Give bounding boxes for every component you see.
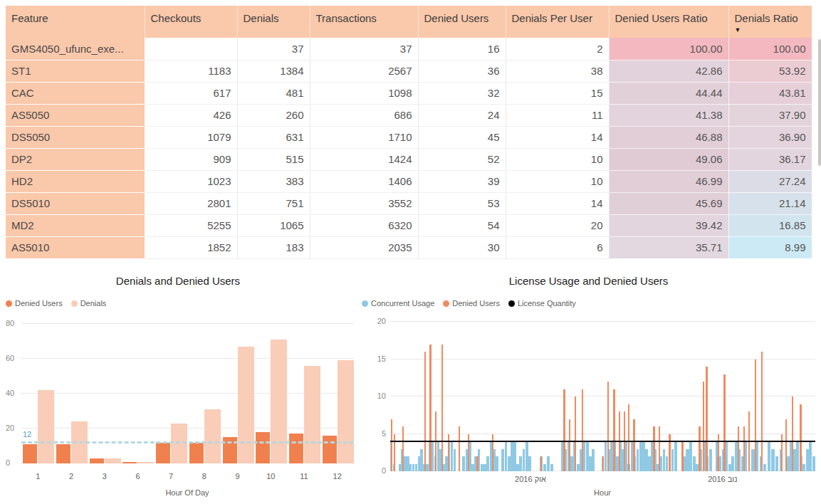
denial-spike[interactable] [582, 389, 584, 472]
usage-bar[interactable] [775, 456, 778, 471]
usage-bar[interactable] [462, 456, 465, 471]
table-row[interactable]: AS50101852183203530635.718.99 [6, 236, 812, 258]
legend-item[interactable]: Denials [71, 299, 107, 308]
denial-spike[interactable] [394, 434, 396, 472]
bar-denials[interactable] [105, 458, 121, 463]
bar-denied-users[interactable] [122, 462, 137, 463]
denial-spike[interactable] [613, 389, 615, 472]
bar-denied-users[interactable] [56, 444, 70, 463]
denial-spike[interactable] [424, 352, 427, 471]
bar-denials[interactable] [204, 409, 221, 463]
usage-bar[interactable] [523, 449, 525, 472]
usage-bar[interactable] [481, 464, 483, 472]
usage-bar[interactable] [570, 456, 573, 471]
table-row[interactable]: ST1118313842567363842.8653.92 [6, 60, 812, 82]
usage-bar[interactable] [731, 456, 734, 471]
denial-spike[interactable] [402, 426, 404, 471]
denial-spike[interactable] [761, 352, 763, 471]
denial-spike[interactable] [792, 397, 794, 471]
denial-spike[interactable] [699, 426, 701, 471]
usage-bar[interactable] [806, 449, 809, 472]
table-row[interactable]: HD210233831406391046.9927.24 [6, 170, 812, 192]
denial-spike[interactable] [441, 345, 444, 472]
usage-bar[interactable] [768, 441, 770, 471]
usage-bar[interactable] [586, 441, 589, 471]
denial-spike[interactable] [723, 374, 726, 472]
bar-denied-users[interactable] [90, 458, 104, 463]
usage-bar[interactable] [689, 441, 692, 471]
usage-bar[interactable] [511, 441, 513, 471]
denial-spike[interactable] [569, 419, 571, 472]
usage-bar[interactable] [496, 456, 498, 471]
denial-spike[interactable] [575, 397, 577, 471]
usage-bar[interactable] [802, 464, 805, 472]
column-header-denials-per-user[interactable]: Denials Per User [506, 6, 609, 38]
bar-denials[interactable] [338, 360, 354, 463]
table-row[interactable]: DS505010796311710451446.8836.90 [6, 126, 812, 148]
usage-bar[interactable] [483, 464, 486, 472]
bar-denials[interactable] [137, 462, 154, 463]
usage-bar[interactable] [787, 456, 790, 471]
denial-spike[interactable] [448, 434, 450, 472]
denial-spike[interactable] [540, 456, 543, 471]
usage-bar[interactable] [592, 449, 595, 472]
usage-bar[interactable] [589, 456, 592, 471]
usage-bar[interactable] [454, 449, 456, 472]
denial-spike[interactable] [459, 426, 461, 471]
usage-bar[interactable] [577, 464, 580, 472]
usage-bar[interactable] [547, 456, 550, 471]
legend-item[interactable]: Denied Users [6, 299, 63, 308]
denial-spike[interactable] [703, 382, 705, 471]
column-header-feature[interactable]: Feature [6, 6, 145, 38]
column-header-denied-users-ratio[interactable]: Denied Users Ratio [609, 6, 728, 38]
denial-spike[interactable] [706, 367, 708, 471]
bar-denials[interactable] [238, 347, 254, 463]
table-row[interactable]: DS501028017513552531445.6921.14 [6, 192, 812, 214]
usage-bar[interactable] [771, 449, 774, 472]
denial-spike[interactable] [681, 441, 684, 471]
column-header-checkouts[interactable]: Checkouts [145, 6, 237, 38]
bar-denied-users[interactable] [323, 436, 337, 463]
usage-bar[interactable] [763, 464, 766, 472]
denial-spike[interactable] [476, 456, 479, 471]
denial-spike[interactable] [628, 404, 630, 472]
denial-spike[interactable] [492, 434, 494, 472]
column-header-denials[interactable]: Denials [237, 6, 310, 38]
usage-bar[interactable] [505, 441, 508, 471]
usage-bar[interactable] [728, 464, 731, 472]
bar-denied-users[interactable] [23, 444, 37, 463]
legend-item[interactable]: Concurrent Usage [362, 299, 434, 308]
usage-bar[interactable] [686, 449, 689, 472]
denial-spike[interactable] [718, 434, 720, 472]
table-row[interactable]: CAC6174811098321544.4443.81 [6, 82, 812, 104]
denial-spike[interactable] [607, 382, 610, 471]
table-row[interactable]: DP29095151424521049.0636.17 [6, 148, 812, 170]
denial-spike[interactable] [429, 345, 432, 472]
denial-spike[interactable] [738, 426, 740, 471]
legend-item[interactable]: License Quantity [508, 299, 576, 308]
usage-bar[interactable] [796, 441, 799, 471]
denial-spike[interactable] [800, 404, 802, 472]
denial-spike[interactable] [563, 389, 565, 472]
denial-spike[interactable] [391, 419, 393, 472]
usage-bar[interactable] [543, 464, 546, 472]
table-row[interactable]: MD2525510656320542039.4216.85 [6, 214, 812, 236]
column-header-denials-ratio[interactable]: Denials Ratio▼ [728, 6, 812, 38]
bar-denials[interactable] [271, 340, 287, 463]
usage-bar[interactable] [809, 441, 812, 471]
denial-spike[interactable] [781, 434, 783, 472]
usage-bar[interactable] [693, 456, 696, 471]
bar-denials[interactable] [171, 424, 187, 463]
denial-spike[interactable] [602, 456, 605, 471]
denial-spike[interactable] [743, 426, 746, 471]
table-row[interactable]: AS5050426260686241141.3837.90 [6, 104, 812, 126]
denial-spike[interactable] [669, 434, 671, 472]
column-header-denied-users[interactable]: Denied Users [418, 6, 506, 38]
denial-spike[interactable] [633, 419, 635, 472]
usage-bar[interactable] [528, 456, 531, 471]
usage-bar[interactable] [674, 441, 677, 471]
usage-bar[interactable] [471, 464, 474, 472]
legend-item[interactable]: Denied Users [443, 299, 500, 308]
table-scrollbar[interactable] [818, 39, 821, 166]
denial-spike[interactable] [659, 426, 661, 471]
